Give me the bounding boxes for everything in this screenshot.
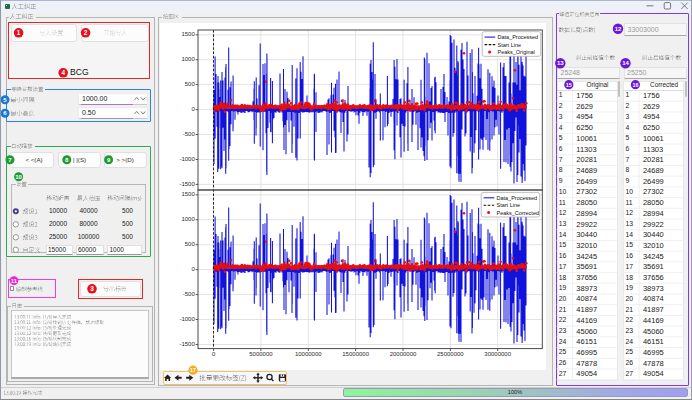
svg-text:10: 10 [15,174,22,180]
svg-text:Peaks_Original: Peaks_Original [498,49,535,55]
svg-text:17: 17 [190,367,196,373]
svg-text:1: 1 [17,29,21,36]
svg-text:Data_Processed: Data_Processed [497,195,538,201]
svg-text:3: 3 [90,285,94,292]
svg-text:16: 16 [632,82,638,88]
svg-text:14: 14 [622,60,629,66]
svg-text:Peaks_Corrected: Peaks_Corrected [497,210,540,216]
svg-text:12: 12 [615,26,622,32]
svg-text:13: 13 [557,60,564,66]
svg-text:15: 15 [566,82,572,88]
svg-text:2: 2 [84,29,88,36]
svg-text:4: 4 [61,69,65,76]
svg-text:Data_Processed: Data_Processed [498,34,539,40]
svg-text:Start Line: Start Line [498,42,522,48]
svg-text:11: 11 [11,278,18,284]
svg-text:Start Line: Start Line [497,202,521,208]
